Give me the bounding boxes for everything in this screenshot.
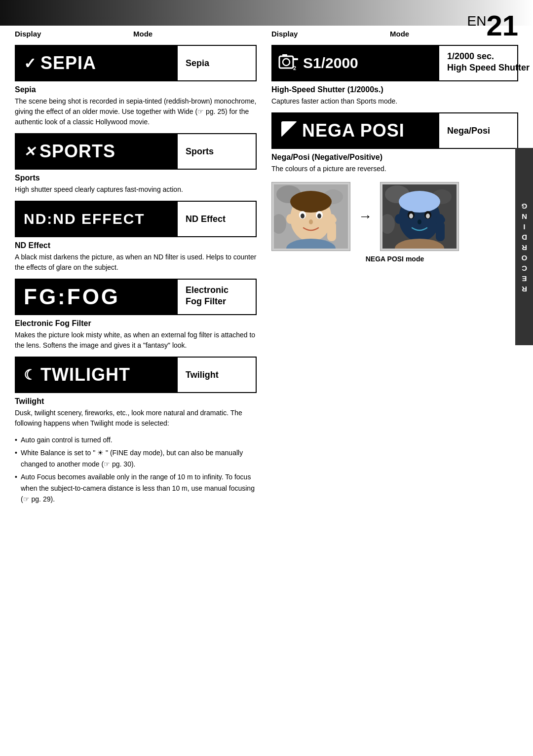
sepia-display: ✓ SEPIA [16,46,177,80]
svg-rect-2 [282,54,287,57]
fog-display: FG:FOG [16,280,177,314]
svg-point-17 [309,219,313,224]
highspeed-mode-row: 2 S1/2000 1/2000 sec. High Speed Shutter [271,45,518,81]
nd-mode-label: ND Effect [177,202,256,236]
negaposi-images-row: → [271,182,518,251]
svg-point-15 [301,214,305,218]
negaposi-arrow: → [358,209,372,224]
fog-display-text: FG:FOG [24,285,120,309]
fog-mode-row: FG:FOG Electronic Fog Filter [15,279,257,315]
right-mode-header: Mode [390,30,409,38]
negaposi-body: The colours of a picture are reversed. [271,164,518,174]
twilight-icon: ☾ [24,367,37,383]
sports-display: ✕ SPORTS [16,134,177,169]
svg-rect-3 [293,58,298,60]
twilight-mode-label: Twilight [177,358,256,392]
nd-title: ND Effect [15,241,257,250]
left-col-headers: Display Mode [15,30,266,38]
right-display-header: Display [271,30,390,38]
svg-point-1 [283,59,290,66]
normal-face-image [271,182,350,251]
highspeed-display: 2 S1/2000 [272,46,438,80]
nd-mode-row: ND:ND EFFECT ND Effect [15,201,257,237]
svg-point-16 [317,214,321,218]
svg-point-34 [395,214,403,224]
twilight-bullet-2: White Balance is set to " ☀ " (FINE day … [15,447,257,469]
column-headers: Display Mode Display Mode [0,30,533,38]
fog-title: Electronic Fog Filter [15,319,257,328]
sports-body: High shutter speed clearly captures fast… [15,184,257,195]
negaposi-title: Nega/Posi (Negative/Positive) [271,153,518,162]
right-column: 2 S1/2000 1/2000 sec. High Speed Shutter… [266,45,518,506]
svg-point-33 [418,219,421,224]
highspeed-mode-label: 1/2000 sec. High Speed Shutter [438,46,517,80]
nd-body: A black mist darkens the picture, as whe… [15,252,257,273]
twilight-bullet-1: Auto gain control is turned off. [15,434,257,445]
highspeed-title: High-Speed Shutter (1/2000s.) [271,85,518,94]
recording-label-text: RECORDING [520,200,529,293]
sepia-body: The scene being shot is recorded in sepi… [15,96,257,127]
sepia-display-text: SEPIA [40,53,96,73]
fog-mode-label-line2: Fog Filter [186,296,226,307]
sepia-mode-row: ✓ SEPIA Sepia [15,45,257,81]
svg-point-28 [399,191,440,213]
page-number: EN21 [467,9,518,42]
nd-display: ND:ND EFFECT [16,202,177,236]
svg-text:2: 2 [293,65,296,71]
negaposi-display-text: NEGA POSI [302,120,405,141]
sports-title: Sports [15,174,257,182]
negaposi-mode-row: NEGA POSI Nega/Posi [271,112,518,149]
sports-icon: ✕ [24,144,36,160]
left-column: ✓ SEPIA Sepia Sepia The scene being shot… [15,45,266,506]
negaposi-display: NEGA POSI [272,113,438,148]
svg-rect-21 [327,221,336,241]
svg-point-22 [327,216,337,224]
highspeed-speed-text: S1/2000 [303,55,358,72]
sepia-mode-label: Sepia [177,46,256,80]
highspeed-mode-label-line2: High Speed Shutter [447,62,530,73]
twilight-title: Twilight [15,397,257,406]
svg-point-12 [290,191,332,213]
sepia-title: Sepia [15,85,257,94]
svg-point-31 [409,214,413,218]
highspeed-icon: 2 [278,52,300,74]
left-display-header: Display [15,30,133,38]
twilight-display-text: TWILIGHT [40,364,130,385]
svg-rect-37 [436,221,445,241]
negaposi-mode-label: Nega/Posi [438,113,517,148]
fog-mode-label: Electronic Fog Filter [177,280,256,314]
sports-mode-label: Sports [177,134,256,169]
twilight-mode-row: ☾ TWILIGHT Twilight [15,357,257,393]
main-content: ✓ SEPIA Sepia Sepia The scene being shot… [0,40,533,506]
negative-face-image [380,182,459,251]
en-prefix: EN [467,13,487,29]
nd-display-text: ND:ND EFFECT [24,211,145,227]
left-mode-header: Mode [133,30,152,38]
top-gradient-bar [0,0,533,26]
negaposi-icon [280,120,298,142]
twilight-bullet-3: Auto Focus becomes available only in the… [15,471,257,504]
svg-rect-0 [279,56,293,68]
sepia-icon: ✓ [24,55,37,72]
twilight-display: ☾ TWILIGHT [16,358,177,392]
sports-mode-row: ✕ SPORTS Sports [15,133,257,170]
recording-sidebar: RECORDING [515,148,533,345]
highspeed-mode-label-line1: 1/2000 sec. [447,51,494,62]
fog-body: Makes the picture look misty white, as w… [15,330,257,351]
svg-point-38 [435,216,445,224]
svg-point-18 [286,214,294,224]
highspeed-body: Captures faster action than Sports mode. [271,96,518,107]
twilight-body-intro: Dusk, twilight scenery, fireworks, etc.,… [15,408,257,429]
fog-mode-label-line1: Electronic [186,285,228,296]
twilight-bullet-list: Auto gain control is turned off. White B… [15,434,257,504]
svg-point-32 [426,214,430,218]
negaposi-mode-label-text: NEGA POSI mode [271,255,518,263]
sports-display-text: SPORTS [39,141,115,162]
